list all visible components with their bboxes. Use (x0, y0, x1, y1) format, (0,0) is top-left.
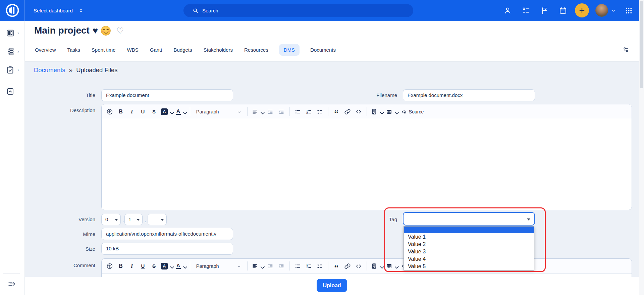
user-icon[interactable] (503, 6, 512, 15)
comment-bold-button[interactable]: B (116, 261, 126, 272)
comment-italic-button[interactable]: I (127, 261, 137, 272)
description-underline-button[interactable]: U (138, 106, 148, 117)
tab-dms[interactable]: DMS (279, 44, 300, 56)
version-dot: . (122, 217, 124, 223)
sidebar-item-clipboard-check[interactable]: › (0, 65, 25, 76)
comment-todo-list-button[interactable] (315, 261, 325, 272)
comment-accessibility-button[interactable] (105, 261, 115, 272)
task-list-icon[interactable] (522, 6, 530, 15)
flag-icon[interactable] (540, 6, 549, 15)
comment-quote-button[interactable]: “ (331, 261, 341, 272)
description-font-background-button[interactable]: A (160, 106, 174, 117)
comment-bulleted-list-button[interactable] (293, 261, 303, 272)
tab-budgets[interactable]: Budgets (173, 44, 193, 56)
tag-select[interactable] (403, 212, 535, 226)
tab-overview[interactable]: Overview (34, 44, 57, 56)
tag-option-4[interactable]: Value 4 (404, 255, 534, 263)
version-major-select[interactable]: 0 (101, 214, 121, 225)
tab-spent-time[interactable]: Spent time (91, 44, 116, 56)
search-input[interactable]: Search (183, 4, 413, 17)
tab-tasks[interactable]: Tasks (67, 44, 81, 56)
description-indent-button[interactable] (276, 106, 286, 117)
paragraph-dropdown-label: Paragraph (196, 109, 219, 114)
comment-link-button[interactable] (342, 261, 353, 272)
tag-option-3[interactable]: Value 3 (404, 248, 534, 255)
description-italic-button[interactable]: I (127, 106, 137, 117)
description-paragraph-button[interactable]: Paragraph (193, 106, 244, 117)
description-font-color-button[interactable]: A (175, 106, 187, 117)
description-label: Description (45, 107, 95, 113)
comment-code-button[interactable] (354, 261, 364, 272)
comment-numbered-list-button[interactable]: 12 (304, 261, 314, 272)
favorite-toggle-icon[interactable]: ♡ (116, 26, 124, 36)
app-logo-icon[interactable] (5, 3, 20, 18)
description-link-button[interactable] (342, 106, 353, 117)
title-input[interactable]: Example document (101, 89, 233, 101)
comment-table-button[interactable] (385, 261, 398, 272)
comment-paragraph-button[interactable]: Paragraph (193, 261, 244, 272)
tab-resources[interactable]: Resources (244, 44, 269, 56)
tab-documents[interactable]: Documents (310, 44, 336, 56)
comment-font-color-button[interactable]: A (175, 261, 187, 272)
comment-align-button[interactable] (251, 261, 264, 272)
scrollbar-thumb[interactable] (640, 1, 643, 88)
bulleted-list-icon (294, 263, 301, 269)
description-source-button[interactable]: Source (399, 106, 425, 117)
font-background-icon: A (161, 108, 168, 115)
settings-sliders-icon[interactable] (622, 45, 630, 54)
description-code-button[interactable] (354, 106, 364, 117)
expand-sidebar-button[interactable] (7, 279, 16, 289)
version-patch-select[interactable] (148, 214, 167, 225)
description-todo-list-button[interactable] (315, 106, 325, 117)
description-numbered-list-button[interactable]: 12 (304, 106, 314, 117)
user-avatar[interactable] (595, 4, 608, 17)
comment-font-background-button[interactable]: A (160, 261, 174, 272)
sidebar-item-hierarchy[interactable]: › (0, 47, 25, 57)
description-accessibility-button[interactable] (105, 106, 115, 117)
description-bold-button[interactable]: B (116, 106, 126, 117)
caret-down-icon[interactable] (610, 8, 616, 16)
tag-option-5[interactable]: Value 5 (404, 263, 534, 270)
dashboard-selector[interactable]: Select dashboard (34, 0, 84, 21)
hierarchy-icon (6, 47, 15, 56)
font-color-icon: A (176, 263, 181, 269)
create-new-button[interactable] (575, 3, 589, 17)
description-strikethrough-button[interactable]: S (149, 106, 159, 117)
tab-gantt[interactable]: Gantt (149, 44, 163, 56)
upload-button[interactable]: Upload (317, 279, 347, 292)
chevron-down-icon (393, 264, 397, 268)
tag-option-0[interactable] (404, 227, 534, 233)
tag-option-1[interactable]: Value 1 (404, 233, 534, 241)
mime-input[interactable]: application/vnd.openxmlformats-officedoc… (101, 228, 233, 240)
description-bulleted-list-button[interactable] (293, 106, 303, 117)
underline-icon: U (141, 263, 145, 269)
description-quote-button[interactable]: “ (331, 106, 341, 117)
comment-editor-body[interactable] (102, 274, 632, 277)
chevron-down-icon (182, 110, 186, 114)
apps-grid-icon[interactable] (625, 6, 633, 15)
comment-indent-button[interactable] (276, 261, 286, 272)
comment-template-button[interactable] (370, 261, 384, 272)
comment-outdent-button[interactable] (265, 261, 275, 272)
description-template-button[interactable] (370, 106, 384, 117)
link-icon (344, 108, 351, 115)
top-navigation-bar: Select dashboard Search (0, 0, 644, 21)
outdent-icon (267, 263, 274, 269)
description-align-button[interactable] (251, 106, 264, 117)
version-minor-select[interactable]: 1 (124, 214, 143, 225)
divider (3, 273, 20, 274)
description-outdent-button[interactable] (265, 106, 275, 117)
description-table-button[interactable] (385, 106, 398, 117)
filename-input[interactable]: Example document.docx (403, 89, 535, 101)
sidebar-item-dashboard[interactable]: › (0, 29, 25, 39)
tab-stakeholders[interactable]: Stakeholders (203, 44, 233, 56)
tag-option-2[interactable]: Value 2 (404, 241, 534, 248)
sidebar-item-collapse-up[interactable] (0, 87, 25, 97)
comment-underline-button[interactable]: U (138, 261, 148, 272)
breadcrumb-documents-link[interactable]: Documents (34, 66, 65, 73)
calendar-icon[interactable] (559, 6, 567, 15)
size-input[interactable]: 10 kB (101, 243, 233, 255)
description-editor-body[interactable] (102, 119, 632, 210)
tab-wbs[interactable]: WBS (126, 44, 139, 56)
comment-strikethrough-button[interactable]: S (149, 261, 159, 272)
